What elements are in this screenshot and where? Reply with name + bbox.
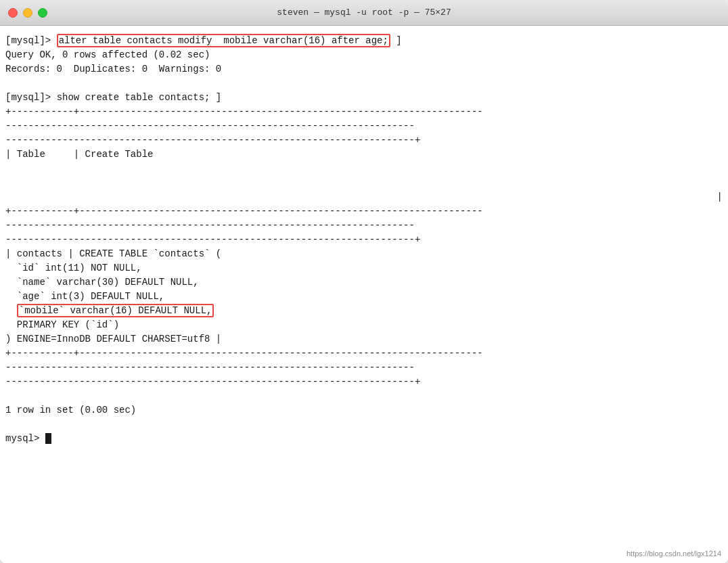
terminal-window: steven — mysql -u root -p — 75×27 [mysql… bbox=[0, 0, 728, 563]
divider-8: ----------------------------------------… bbox=[5, 133, 723, 148]
table-header: | Table | Create Table bbox=[5, 148, 723, 162]
divider-13: +-----------+---------------------------… bbox=[5, 204, 723, 219]
blank-line-11 bbox=[5, 176, 723, 190]
output-line-19: `age` int(3) DEFAULT NULL, bbox=[5, 290, 723, 304]
blank-line-10 bbox=[5, 162, 723, 176]
terminal-wrapper: [mysql]> alter table contacts modify mob… bbox=[0, 26, 728, 563]
window-title: steven — mysql -u root -p — 75×27 bbox=[277, 7, 451, 18]
output-line-22: ) ENGINE=InnoDB DEFAULT CHARSET=utf8 | bbox=[5, 332, 723, 346]
terminal-content[interactable]: [mysql]> alter table contacts modify mob… bbox=[0, 26, 728, 563]
final-prompt-line: mysql> bbox=[5, 432, 723, 446]
right-pipe: | bbox=[5, 190, 723, 204]
output-line-20-highlighted: `mobile` varchar(16) DEFAULT NULL, bbox=[5, 304, 723, 318]
prompt-5: [mysql]> bbox=[5, 92, 57, 103]
output-line-17: `id` int(11) NOT NULL, bbox=[5, 261, 723, 275]
maximize-button[interactable] bbox=[38, 8, 47, 18]
traffic-lights bbox=[8, 8, 47, 18]
output-line-16: | contacts | CREATE TABLE `contacts` ( bbox=[5, 247, 723, 261]
divider-14: ----------------------------------------… bbox=[5, 219, 723, 233]
output-line-3: Records: 0 Duplicates: 0 Warnings: 0 bbox=[5, 62, 723, 76]
output-line-21: PRIMARY KEY (`id`) bbox=[5, 318, 723, 332]
minimize-button[interactable] bbox=[23, 8, 32, 18]
watermark: https://blog.csdn.net/lgx1214 bbox=[627, 549, 721, 558]
titlebar: steven — mysql -u root -p — 75×27 bbox=[0, 0, 728, 26]
command-line-1: [mysql]> alter table contacts modify mob… bbox=[5, 34, 723, 48]
blank-line-4 bbox=[5, 76, 723, 91]
blank-line-28 bbox=[5, 418, 723, 432]
command-highlight-1: alter table contacts modify mobile varch… bbox=[57, 34, 390, 47]
close-button[interactable] bbox=[8, 8, 18, 18]
row-count: 1 row in set (0.00 sec) bbox=[5, 403, 723, 418]
blank-line-26 bbox=[5, 389, 723, 403]
terminal-cursor bbox=[45, 433, 51, 444]
output-line-18: `name` varchar(30) DEFAULT NULL, bbox=[5, 275, 723, 290]
divider-6: +-----------+---------------------------… bbox=[5, 105, 723, 119]
divider-23: +-----------+---------------------------… bbox=[5, 346, 723, 361]
mobile-line-highlight: `mobile` varchar(16) DEFAULT NULL, bbox=[17, 304, 214, 317]
final-prompt: mysql> bbox=[5, 433, 45, 444]
divider-7: ----------------------------------------… bbox=[5, 119, 723, 133]
divider-24: ----------------------------------------… bbox=[5, 361, 723, 375]
divider-25: ----------------------------------------… bbox=[5, 375, 723, 389]
divider-15: ----------------------------------------… bbox=[5, 233, 723, 247]
prompt-1: [mysql]> bbox=[5, 35, 57, 46]
command-line-5: [mysql]> show create table contacts; ] bbox=[5, 91, 723, 105]
output-line-2: Query OK, 0 rows affected (0.02 sec) bbox=[5, 48, 723, 62]
